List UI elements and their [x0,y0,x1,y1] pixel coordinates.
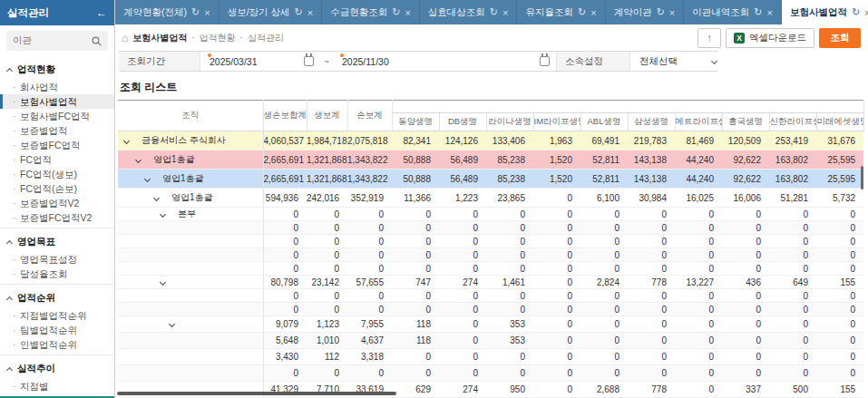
table-cell: 0 [675,235,722,248]
table-row[interactable]: 금융서비스 주식회사4,060,5371,984,7182,075,81882,… [118,131,863,150]
table-cell: 0 [675,289,722,303]
sidebar-item[interactable]: 보험사별업적 [0,94,114,109]
sidebar-section-label: 영업목표 [17,236,55,248]
close-icon[interactable]: × [767,7,773,18]
org-cell [118,221,263,235]
table-row[interactable]: 영업1총괄2,665,6911,321,8681,343,82250,88856… [118,170,863,189]
table-cell: 1,343,822 [347,150,392,170]
table-row[interactable]: 0000000000000 [118,303,863,316]
table-row[interactable]: 0000000000000 [118,221,863,235]
table-row[interactable]: 영업1총괄594,936242,016352,91911,3661,22323,… [118,189,863,208]
table-row[interactable]: 0000000000000 [118,248,863,262]
sidebar-item[interactable]: FC업적(생보) [0,167,114,181]
date-from-field[interactable]: 2025/03/31 [200,52,320,71]
sidebar-item[interactable]: 보증별FC업적V2 [0,210,114,225]
sidebar-item-label: 보험사별FC업적 [20,111,90,121]
tab[interactable]: 실효대상조회↻× [420,0,518,24]
table-cell: 85,238 [486,150,533,170]
sidebar-item[interactable]: 달성율조회 [0,267,114,281]
chevron-down-icon[interactable] [123,137,130,143]
table-row[interactable]: 5,6481,0104,63711803530000000 [118,333,863,349]
table-cell: 163,802 [769,150,816,170]
sidebar-item[interactable]: 보증별FC업적 [0,138,114,152]
chevron-down-icon[interactable] [169,321,175,327]
sidebar-item[interactable]: 팀별업적순위 [0,323,114,337]
close-icon[interactable]: × [864,7,868,18]
breadcrumb-item[interactable]: 보험사별업적 [132,32,187,44]
sidebar-item[interactable]: 보증별업적 [0,123,114,138]
date-to-field[interactable]: 2025/11/30 [333,52,556,71]
refresh-icon[interactable]: ↻ [754,6,762,18]
tab[interactable]: 보험사별업적↻× [782,0,868,24]
refresh-icon[interactable]: ↻ [191,6,200,18]
close-icon[interactable]: × [204,7,210,18]
sidebar-search[interactable]: 이관 [6,31,108,51]
close-icon[interactable]: × [669,7,675,18]
chevron-down-icon[interactable] [160,210,166,217]
chevron-down-icon[interactable] [135,156,141,162]
search-button[interactable]: 조회 [819,28,861,48]
breadcrumb-item[interactable]: 실적관리 [248,32,284,44]
sidebar-section-header[interactable]: 실적추이 [0,359,114,379]
sidebar-item[interactable]: 보증별업적V2 [0,196,114,210]
horizontal-scrollbar[interactable] [117,392,396,395]
table-row[interactable]: 본부0000000000000 [118,208,863,221]
table-cell: 500 [769,382,816,398]
home-icon[interactable]: ⌂ [122,32,128,44]
sidebar-section-header[interactable]: 업적순위 [0,288,114,308]
refresh-icon[interactable]: ↻ [392,6,400,18]
table-row[interactable]: 0000000000000 [118,262,863,276]
calendar-icon[interactable] [540,56,550,66]
excel-download-button[interactable]: X 엑셀다운로드 [726,28,814,48]
table-row[interactable]: 3,4301123,3180000000000 [118,349,863,365]
close-icon[interactable]: × [405,7,410,18]
sidebar-section-header[interactable]: 영업목표 [0,232,114,252]
table-row[interactable]: 9,0791,1237,95511803530000000 [118,316,863,333]
table-row[interactable]: 0000000000000 [118,289,863,303]
column-header: 생보계 [307,101,347,131]
close-icon[interactable]: × [502,7,508,18]
result-table-wrap: 조직생손보합계생보계손보계동양생명DB생명라이나생명IM라이프생명ABL생명삼성… [118,100,863,398]
calendar-icon[interactable] [304,56,314,66]
breadcrumb-item[interactable]: 업적현황 [200,32,236,44]
close-icon[interactable]: × [590,7,596,18]
scroll-top-button[interactable]: ↑ [697,28,721,48]
chevron-down-icon[interactable] [144,175,151,181]
sidebar-item[interactable]: 지점별업적순위 [0,308,114,323]
close-icon[interactable]: × [307,7,313,18]
table-row[interactable]: 0000000000000 [118,235,863,248]
org-select[interactable]: 전체선택 [630,52,717,71]
sidebar-section-header[interactable]: 업적현황 [0,60,114,80]
refresh-icon[interactable]: ↻ [295,6,303,18]
vertical-scrollbar[interactable] [861,166,863,189]
table-cell: 0 [533,382,580,398]
refresh-icon[interactable]: ↻ [852,6,860,18]
tab[interactable]: 계약이관↻× [606,0,685,24]
sidebar-item-label: 지점별 [20,381,49,392]
sidebar-item[interactable]: 인별업적순위 [0,337,114,352]
sidebar-item[interactable]: 보험사별FC업적 [0,109,114,123]
refresh-icon[interactable]: ↻ [657,6,665,18]
chevron-down-icon[interactable] [153,194,160,200]
tab[interactable]: 유지율조회↻× [517,0,605,24]
tab[interactable]: 이관내역조회↻× [684,0,782,24]
tab[interactable]: 수금현황조회↻× [322,0,420,24]
table-row[interactable]: 80,79823,14257,6557472741,46102,82477813… [118,276,863,289]
sidebar-item[interactable]: FC업적 [0,152,114,167]
table-cell: 0 [628,208,675,221]
table-cell: 0 [675,333,722,349]
sidebar-item[interactable]: FC업적(손보) [0,181,114,196]
search-input[interactable]: 이관 [13,34,32,47]
table-row[interactable]: 영업1총괄2,665,6911,321,8681,343,82250,88856… [118,150,863,170]
chevron-down-icon[interactable] [160,278,166,285]
tab[interactable]: 생보/장기 상세↻× [219,0,323,24]
sidebar-item[interactable]: 영업목표설정 [0,252,114,267]
sidebar-item[interactable]: 회사업적 [0,80,114,94]
tab[interactable]: 계약현황(전체)↻× [115,0,219,24]
sidebar-item[interactable]: 지점별 [0,379,114,393]
column-header: 삼성생명 [628,113,675,131]
table-row[interactable]: 0000000000000 [118,365,863,382]
collapse-sidebar-icon[interactable]: ← [96,6,107,19]
refresh-icon[interactable]: ↻ [490,6,498,18]
refresh-icon[interactable]: ↻ [578,6,586,18]
